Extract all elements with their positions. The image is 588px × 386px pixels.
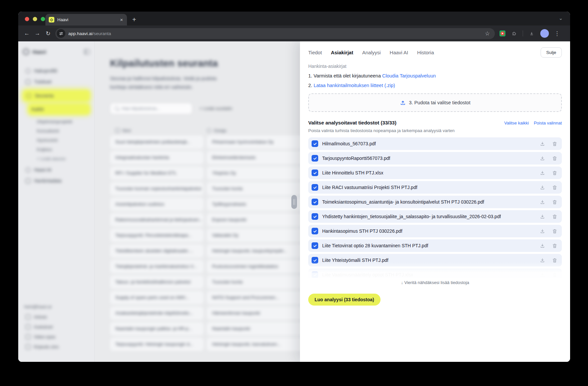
cloudia-link[interactable]: Cloudia Tarjouspalveluun bbox=[382, 73, 436, 78]
download-file-icon[interactable] bbox=[539, 170, 545, 176]
tab-asiakirjat[interactable]: Asiakirjat bbox=[331, 50, 353, 55]
toolbar-right: ⋮ bbox=[498, 28, 563, 39]
checkbox-checked-icon[interactable] bbox=[312, 242, 318, 249]
tab-haavi-ai[interactable]: Haavi AI bbox=[390, 50, 408, 55]
logout-icon bbox=[26, 344, 30, 349]
bookmark-star-icon[interactable]: ☆ bbox=[482, 30, 493, 37]
panel-resize-handle[interactable] bbox=[291, 195, 297, 209]
delete-file-icon[interactable] bbox=[552, 141, 558, 147]
tab-historia[interactable]: Historia bbox=[417, 50, 434, 55]
step-2: 2. Lataa hankintailmoituksen liitteet (.… bbox=[308, 83, 562, 88]
sidebar-item-hyvinvointi[interactable]: Hyvinvointi bbox=[34, 138, 90, 143]
close-panel-button[interactable]: Sulje bbox=[541, 47, 562, 58]
tab-search-chevron-icon[interactable]: ⌄ bbox=[557, 15, 565, 22]
checkbox-checked-icon[interactable] bbox=[312, 199, 318, 205]
file-row: Liite RACI vastuumatriisi Projekti STH P… bbox=[308, 181, 562, 194]
profile-avatar[interactable] bbox=[540, 29, 549, 38]
checkbox-checked-icon[interactable] bbox=[312, 257, 318, 264]
download-file-icon[interactable] bbox=[539, 214, 545, 219]
column-nimi[interactable]: Nimi bbox=[122, 128, 131, 133]
file-name: Liite Yhteistyömalli STH PTJ.pdf bbox=[322, 258, 388, 263]
tab-close-icon[interactable]: × bbox=[119, 17, 124, 22]
buyer-icon bbox=[207, 128, 211, 133]
back-icon[interactable]: ← bbox=[22, 28, 32, 39]
forward-icon[interactable]: → bbox=[32, 28, 43, 39]
create-analysis-button[interactable]: Luo analyysi (33 tiedostoa) bbox=[308, 294, 381, 306]
cell-nimi: Suuri tietojärjestelmien potilastietojä.… bbox=[110, 135, 204, 149]
puzzle-extensions-icon[interactable] bbox=[510, 28, 518, 39]
tab-tiedot[interactable]: Tiedot bbox=[308, 50, 322, 55]
sidebar-collapse-icon[interactable] bbox=[84, 49, 90, 54]
download-file-icon[interactable] bbox=[539, 243, 545, 249]
delete-file-icon[interactable] bbox=[552, 243, 558, 249]
download-file-icon[interactable] bbox=[539, 184, 545, 190]
close-window-button[interactable] bbox=[25, 17, 29, 21]
checkbox-checked-icon[interactable] bbox=[312, 228, 318, 234]
download-file-icon[interactable] bbox=[539, 199, 545, 205]
checkbox-checked-icon[interactable] bbox=[312, 169, 318, 176]
clear-selection-link[interactable]: Poista valinnat bbox=[534, 121, 562, 125]
sidebar-item-kaikki[interactable]: Kaikki bbox=[28, 104, 90, 115]
delete-file-icon[interactable] bbox=[552, 257, 558, 263]
delete-file-icon[interactable] bbox=[552, 155, 558, 161]
app-logo-label: Haavi bbox=[32, 49, 81, 55]
file-actions bbox=[539, 170, 558, 176]
downloads-icon[interactable] bbox=[528, 28, 536, 39]
extension-icon[interactable] bbox=[500, 30, 505, 36]
sidebar-item-hakuprofiili[interactable]: Hakuprofiili bbox=[23, 68, 90, 73]
download-file-icon[interactable] bbox=[539, 228, 545, 234]
sidebar-item-seuranta[interactable]: Seuranta bbox=[23, 90, 90, 101]
sidebar-item--lisää-alaosio[interactable]: + Lisää alaosio bbox=[34, 156, 90, 161]
checkbox-checked-icon[interactable] bbox=[312, 155, 318, 162]
browser-tab[interactable]: ◇ Haavi × bbox=[45, 14, 127, 25]
site-settings-icon[interactable] bbox=[57, 29, 65, 38]
url-bar[interactable]: app.haavi.ai/seuranta ☆ bbox=[55, 28, 495, 39]
download-attachments-link[interactable]: Lataa hankintailmoituksen liitteet (.zip… bbox=[314, 83, 395, 88]
file-name: TarjouspyyntoRaportti567073.pdf bbox=[322, 156, 390, 161]
sidebar-bottom-item[interactable]: Asetukset bbox=[23, 324, 91, 329]
checkbox-checked-icon[interactable] bbox=[312, 140, 318, 147]
minimize-window-button[interactable] bbox=[33, 17, 37, 21]
browser-menu-kebab-icon[interactable]: ⋮ bbox=[554, 30, 560, 37]
download-file-icon[interactable] bbox=[539, 141, 545, 147]
delete-file-icon[interactable] bbox=[552, 228, 558, 234]
file-row: Liite Tietovirrat optio 28 kuvantaminen … bbox=[308, 239, 562, 252]
grid-icon bbox=[26, 178, 30, 183]
sidebar-item-haavi-ai[interactable]: Haavi AI bbox=[23, 167, 90, 172]
search-input[interactable]: Hae kilpailutuksia... bbox=[110, 103, 192, 114]
delete-file-icon[interactable] bbox=[552, 170, 558, 176]
sidebar-item-hankintadata[interactable]: Hankintadata bbox=[23, 178, 90, 183]
new-tab-button[interactable]: + bbox=[132, 16, 136, 23]
checkbox-checked-icon[interactable] bbox=[312, 271, 318, 278]
tab-analyysi[interactable]: Analyysi bbox=[362, 50, 381, 55]
file-name: HilmaIlmoitus_567073.pdf bbox=[322, 141, 376, 146]
sidebar-bottom-item[interactable]: Arkisto bbox=[23, 314, 91, 319]
sidebar-item-ohjelmistoprojektit[interactable]: Ohjelmistoprojektit bbox=[34, 119, 90, 124]
file-dropzone[interactable]: 3. Pudota tai valitse tiedostot bbox=[308, 93, 562, 112]
download-file-icon[interactable] bbox=[539, 155, 545, 161]
reload-icon[interactable]: ↻ bbox=[43, 28, 53, 39]
add-filter-button[interactable]: + Lisää suodatin bbox=[200, 106, 232, 111]
filter-icon bbox=[115, 128, 120, 133]
checkbox-checked-icon[interactable] bbox=[312, 184, 318, 191]
download-file-icon[interactable] bbox=[539, 272, 545, 278]
app-logo: Haavi bbox=[23, 49, 90, 55]
pencil-icon bbox=[26, 168, 30, 172]
sidebar-item-konsultointi[interactable]: Konsultointi bbox=[34, 128, 90, 133]
sidebar-bottom-label: Arkisto bbox=[34, 314, 47, 319]
sidebar-item-tulokset[interactable]: Tulokset bbox=[23, 79, 90, 84]
maximize-window-button[interactable] bbox=[41, 17, 45, 21]
delete-file-icon[interactable] bbox=[552, 199, 558, 205]
delete-file-icon[interactable] bbox=[552, 272, 558, 278]
delete-file-icon[interactable] bbox=[552, 184, 558, 190]
select-all-link[interactable]: Valitse kaikki bbox=[504, 121, 529, 125]
sidebar-bottom-item[interactable]: Video-opas bbox=[23, 334, 91, 339]
delete-file-icon[interactable] bbox=[552, 214, 558, 219]
download-file-icon[interactable] bbox=[539, 257, 545, 263]
file-name: Liite RACI vastuumatriisi Projekti STH P… bbox=[322, 185, 417, 190]
checkbox-checked-icon[interactable] bbox=[312, 213, 318, 220]
sidebar-item-kuljetus[interactable]: Kuljetus bbox=[34, 147, 90, 152]
column-ostaja[interactable]: Ostaja bbox=[214, 128, 226, 133]
sidebar-bottom-item[interactable]: Kirjaudu ulos bbox=[23, 344, 91, 349]
url-host: app.haavi.ai bbox=[68, 31, 92, 36]
